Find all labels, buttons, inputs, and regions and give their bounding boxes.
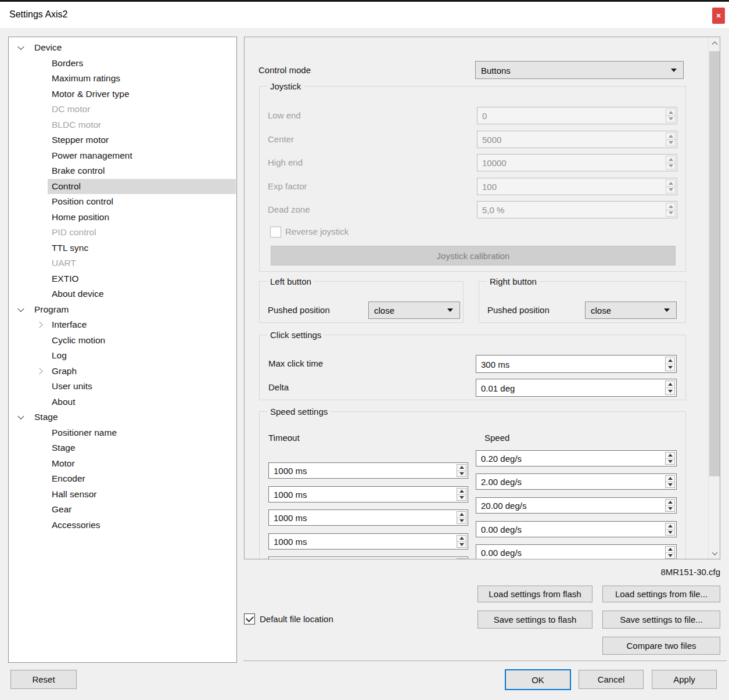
chevron-down-icon[interactable]	[17, 305, 24, 311]
low-end-spinbox[interactable]: 0	[477, 107, 677, 124]
speed-spinbox-3[interactable]: 20.00 deg/s	[476, 497, 677, 514]
tree-item-brake-control[interactable]: Brake control	[9, 163, 236, 179]
spin-buttons[interactable]	[665, 452, 675, 465]
chevron-right-icon[interactable]	[36, 368, 42, 374]
reset-button[interactable]: Reset	[10, 670, 77, 689]
spin-up-icon[interactable]	[666, 523, 674, 529]
spin-buttons[interactable]	[457, 488, 466, 501]
spin-up-icon[interactable]	[666, 203, 675, 210]
timeout-spinbox-4[interactable]: 1000 ms	[268, 533, 468, 550]
spin-up-icon[interactable]	[457, 512, 466, 518]
scrollbar-up-button[interactable]	[709, 37, 720, 48]
left-pushed-position-select[interactable]: close	[368, 301, 460, 319]
spin-buttons[interactable]	[457, 535, 466, 548]
spin-down-icon[interactable]	[457, 518, 466, 524]
tree-item-gear[interactable]: Gear	[9, 502, 236, 518]
dead-zone-spinbox[interactable]: 5,0 %	[477, 201, 677, 218]
control-mode-select[interactable]: Buttons	[475, 61, 684, 79]
spin-down-icon[interactable]	[666, 139, 675, 146]
spin-buttons[interactable]	[457, 558, 466, 559]
spin-down-icon[interactable]	[666, 529, 674, 536]
tree-item-encoder[interactable]: Encoder	[9, 471, 236, 487]
spin-up-icon[interactable]	[666, 133, 675, 139]
spin-down-icon[interactable]	[457, 471, 466, 477]
spin-buttons[interactable]	[666, 156, 676, 170]
timeout-spinbox-3[interactable]: 1000 ms	[268, 509, 468, 526]
load-settings-from-file-button[interactable]: Load settings from file...	[602, 586, 720, 602]
save-settings-to-flash-button[interactable]: Save settings to flash	[477, 611, 592, 629]
load-settings-from-flash-button[interactable]: Load settings from flash	[477, 586, 592, 602]
spin-up-icon[interactable]	[666, 547, 674, 552]
spin-buttons[interactable]	[666, 180, 676, 193]
tree-item-ttl-sync[interactable]: TTL sync	[9, 240, 236, 256]
spin-up-icon[interactable]	[457, 559, 466, 559]
exp-factor-spinbox[interactable]: 100	[477, 178, 677, 195]
speed-spinbox-2[interactable]: 2.00 deg/s	[476, 473, 677, 490]
tree-item-motor[interactable]: Motor	[9, 456, 236, 472]
tree-item-accessories[interactable]: Accessories	[9, 518, 236, 533]
scrollbar-thumb[interactable]	[709, 51, 720, 476]
spin-up-icon[interactable]	[666, 180, 675, 186]
default-file-location-checkbox[interactable]	[244, 613, 255, 624]
ok-button[interactable]: OK	[505, 669, 571, 690]
spin-down-icon[interactable]	[666, 116, 675, 123]
spin-buttons[interactable]	[665, 357, 675, 371]
spin-down-icon[interactable]	[666, 210, 675, 217]
speed-spinbox-1[interactable]: 0.20 deg/s	[476, 450, 677, 466]
spin-buttons[interactable]	[457, 511, 466, 524]
center-spinbox[interactable]: 5000	[477, 131, 677, 148]
tree-item-stepper-motor[interactable]: Stepper motor	[9, 132, 236, 148]
tree-item-program[interactable]: Program	[9, 302, 236, 318]
spin-buttons[interactable]	[666, 109, 676, 123]
spin-buttons[interactable]	[665, 499, 675, 512]
tree-item-stage[interactable]: Stage	[9, 410, 236, 425]
compare-two-files-button[interactable]: Compare two files	[602, 637, 720, 655]
spin-buttons[interactable]	[665, 380, 675, 395]
spin-up-icon[interactable]	[457, 489, 466, 494]
tree-item-pid-control[interactable]: PID control	[9, 225, 236, 240]
tree-item-graph[interactable]: Graph	[9, 364, 236, 379]
spin-up-icon[interactable]	[457, 465, 466, 471]
spin-down-icon[interactable]	[666, 482, 674, 488]
reverse-joystick-checkbox[interactable]	[270, 227, 281, 238]
tree-item-bldc-motor[interactable]: BLDC motor	[9, 117, 236, 133]
spin-buttons[interactable]	[457, 464, 466, 477]
delta-spinbox[interactable]: 0.01 deg	[476, 379, 677, 397]
tree-item-motor-driver-type[interactable]: Motor & Driver type	[9, 87, 236, 102]
speed-spinbox-5[interactable]: 0.00 deg/s	[476, 544, 677, 559]
spin-up-icon[interactable]	[666, 357, 674, 364]
high-end-spinbox[interactable]: 10000	[477, 154, 677, 171]
spin-up-icon[interactable]	[666, 453, 674, 458]
tree-item-log[interactable]: Log	[9, 348, 236, 364]
tree-item-device[interactable]: Device	[9, 40, 236, 56]
tree-item-power-management[interactable]: Power management	[9, 148, 236, 164]
tree-item-cyclic-motion[interactable]: Cyclic motion	[9, 333, 236, 349]
chevron-right-icon[interactable]	[36, 322, 42, 328]
chevron-down-icon[interactable]	[17, 413, 24, 419]
timeout-spinbox-5[interactable]: 1000 ms	[268, 557, 468, 559]
spin-up-icon[interactable]	[666, 500, 674, 505]
cancel-button[interactable]: Cancel	[579, 670, 644, 689]
vertical-scrollbar[interactable]	[708, 37, 720, 559]
tree-item-user-units[interactable]: User units	[9, 379, 236, 394]
spin-up-icon[interactable]	[666, 109, 675, 116]
spin-up-icon[interactable]	[457, 536, 466, 541]
tree-item-control[interactable]: Control	[9, 179, 236, 195]
spin-down-icon[interactable]	[457, 541, 466, 548]
apply-button[interactable]: Apply	[652, 670, 717, 689]
tree-item-interface[interactable]: Interface	[9, 317, 236, 333]
tree-item-positioner-name[interactable]: Positioner name	[9, 425, 236, 441]
save-settings-to-file-button[interactable]: Save settings to file...	[602, 611, 720, 629]
tree-item-hall-sensor[interactable]: Hall sensor	[9, 487, 236, 502]
spin-buttons[interactable]	[665, 546, 675, 559]
spin-down-icon[interactable]	[666, 505, 674, 512]
tree-item-maximum-ratings[interactable]: Maximum ratings	[9, 71, 236, 87]
spin-buttons[interactable]	[666, 132, 676, 146]
spin-down-icon[interactable]	[666, 387, 674, 394]
spin-buttons[interactable]	[665, 475, 675, 488]
joystick-calibration-button[interactable]: Joystick calibration	[271, 246, 676, 265]
tree-item-position-control[interactable]: Position control	[9, 194, 236, 210]
right-pushed-position-select[interactable]: close	[585, 301, 677, 319]
spin-down-icon[interactable]	[666, 163, 675, 170]
tree-item-about-device[interactable]: About device	[9, 286, 236, 302]
